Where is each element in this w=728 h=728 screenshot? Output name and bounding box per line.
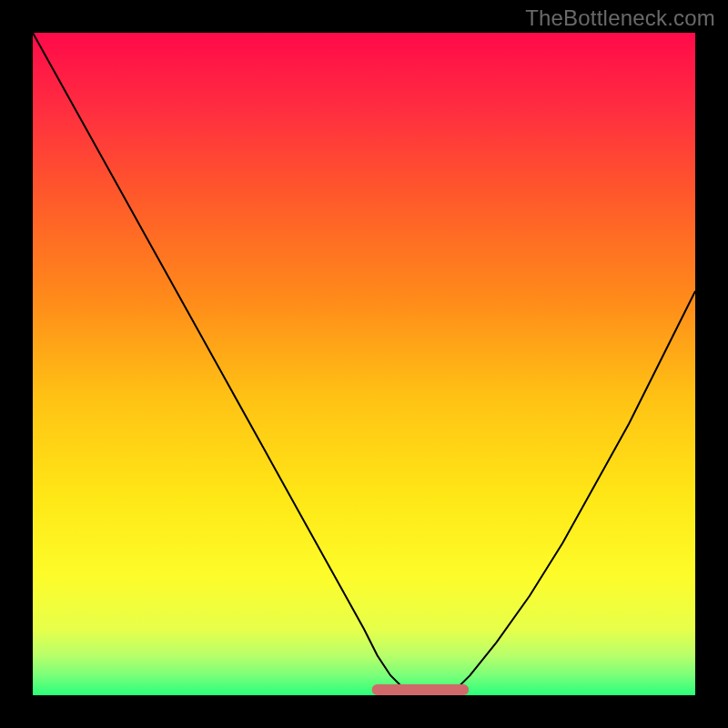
chart-frame: TheBottleneck.com bbox=[0, 0, 728, 728]
watermark-text: TheBottleneck.com bbox=[525, 5, 715, 31]
bottleneck-curve-chart bbox=[0, 0, 728, 728]
plot-gradient-background bbox=[33, 33, 695, 695]
